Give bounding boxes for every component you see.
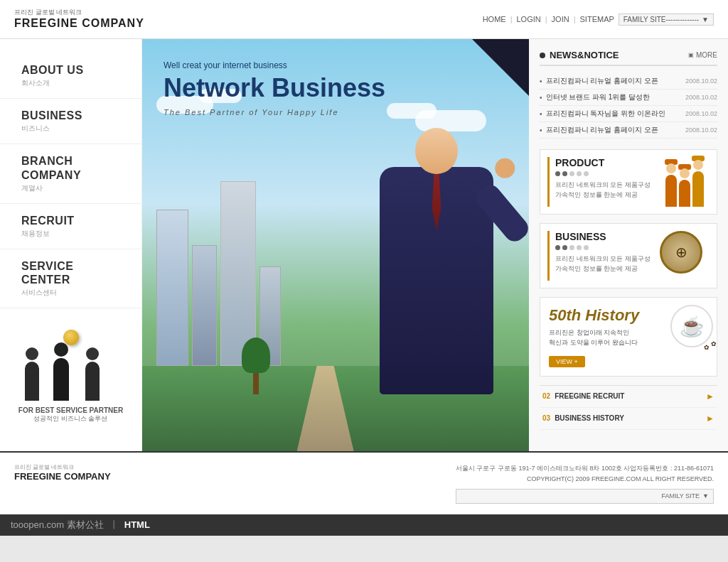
history-box: 50th History 프리진은 창업이래 지속적인 혁신과 도약을 이루어 …	[540, 297, 717, 377]
logo: 프리진 글로벌 네트워크 FREEGINE COMPANY	[14, 9, 144, 30]
sidebar-item-branch[interactable]: BRANCH COMPANY 계열사	[0, 144, 141, 203]
chevron-down-icon: ▼	[702, 491, 709, 502]
arrow-icon-1: ►	[706, 391, 714, 401]
news-item-1[interactable]: • 프리진컴파니 리뉴얼 홈페이지 오픈 2008.10.02	[540, 73, 717, 90]
news-date-2: 2008.10.02	[685, 94, 717, 101]
view-button[interactable]: VIEW +	[549, 356, 585, 367]
news-item-2[interactable]: • 인터넷 브랜드 파워 1위를 달성한 2008.10.02	[540, 90, 717, 106]
hero-title: Network Business	[164, 74, 385, 102]
hero-text: Well creat your internet business Networ…	[164, 60, 385, 117]
chevron-down-icon: ▼	[702, 16, 709, 23]
business-image: ⊕	[660, 231, 710, 281]
hero-banner: Well creat your internet business Networ…	[142, 39, 529, 451]
product-title: PRODUCT	[555, 157, 654, 168]
footer-copyright: COPYRIGHT(C) 2009 FREEGINE.COM ALL RIGHT…	[456, 474, 714, 485]
watermark-type: HTML	[124, 519, 150, 530]
right-panel: NEWS&NOTICE ▣ MORE • 프리진컴파니 리뉴얼 홈페이지 오픈 …	[529, 39, 728, 451]
hero-subtitle: Well creat your internet business	[164, 60, 385, 70]
footer-logo-small: 프리진 글로벌 네트워크	[14, 463, 111, 471]
product-dots	[555, 171, 654, 176]
sidebar-label-service: SERVICE CENTER	[21, 259, 120, 286]
sidebar: ABOUT US 회사소개 BUSINESS 비즈니스 BRANCH COMPA…	[0, 39, 142, 451]
nav-login[interactable]: LOGIN	[517, 15, 541, 23]
product-desc: 프리진 네트워크의 모든 제품구성 가속적인 정보를 한눈에 제공	[555, 180, 654, 200]
watermark-site: tooopen.com 素材公社	[11, 519, 104, 531]
sidebar-item-service-center[interactable]: SERVICE CENTER 서비스센터	[0, 249, 141, 308]
bullet-icon: •	[540, 77, 542, 85]
news-more-link[interactable]: ▣ MORE	[688, 51, 717, 59]
business-info: BUSINESS 프리진 네트워크의 모든 제품구성 가속적인 정보를 한눈에 …	[555, 231, 654, 274]
sidebar-sub-service: 서비스센터	[21, 288, 120, 305]
tree	[242, 352, 270, 394]
bullet-icon: •	[540, 126, 542, 134]
business-desc: 프리진 네트워크의 모든 제품구성 가속적인 정보를 한눈에 제공	[555, 254, 654, 274]
link-recruit[interactable]: 02 FREEGINE RECRUIT ►	[540, 386, 717, 408]
sidebar-item-business[interactable]: BUSINESS 비즈니스	[0, 99, 141, 144]
family-site-selector[interactable]: FAMILY SITE-------------- ▼	[619, 13, 714, 26]
news-date-4: 2008.10.02	[685, 126, 717, 134]
product-card: PRODUCT 프리진 네트워크의 모든 제품구성 가속적인 정보를 한눈에 제…	[540, 149, 717, 215]
sidebar-sub-recruit: 채용정보	[21, 229, 120, 246]
service-partner-sub: 성공적인 비즈니스 솔루션	[14, 414, 127, 423]
footer-info: 서울시 구로구 구로동 191-7 에이스테크노타워 8차 1002호 사업자등…	[456, 463, 714, 504]
footer-logo-big: FREEGINE COMPANY	[14, 471, 111, 482]
news-section-header: NEWS&NOTICE ▣ MORE	[540, 50, 717, 66]
news-text-1: 프리진컴파니 리뉴얼 홈페이지 오픈	[546, 76, 682, 86]
news-text-3: 프리진컴파니 독자님을 위한 이온라인	[546, 109, 682, 119]
logo-big: FREEGINE COMPANY	[14, 16, 144, 30]
sidebar-bottom-promo: FOR BEST SERVICE PARTNER 성공적인 비즈니스 솔루션	[0, 308, 141, 431]
news-list: • 프리진컴파니 리뉴얼 홈페이지 오픈 2008.10.02 • 인터넷 브랜…	[540, 73, 717, 139]
cloud-decoration	[387, 103, 437, 119]
sidebar-label-business: BUSINESS	[21, 109, 120, 122]
footer-address: 서울시 구로구 구로동 191-7 에이스테크노타워 8차 1002호 사업자등…	[456, 463, 714, 474]
buildings	[156, 181, 281, 366]
top-nav: HOME | LOGIN | JOIN | SITEMAP FAMILY SIT…	[483, 13, 714, 26]
news-date-3: 2008.10.02	[685, 110, 717, 117]
sidebar-item-recruit[interactable]: RECRUIT 채용정보	[0, 204, 141, 249]
news-item-3[interactable]: • 프리진컴파니 독자님을 위한 이온라인 2008.10.02	[540, 106, 717, 122]
sidebar-label-about-us: ABOUT US	[21, 63, 120, 77]
nav-join[interactable]: JOIN	[552, 15, 569, 23]
nav-home[interactable]: HOME	[483, 15, 506, 23]
hero-person	[365, 153, 508, 394]
link-history[interactable]: 03 BUSINESS HISTORY ►	[540, 408, 717, 430]
more-icon: ▣	[688, 52, 694, 58]
product-info: PRODUCT 프리진 네트워크의 모든 제품구성 가속적인 정보를 한눈에 제…	[555, 157, 654, 200]
person-body	[380, 167, 493, 394]
business-card: BUSINESS 프리진 네트워크의 모든 제품구성 가속적인 정보를 한눈에 …	[540, 223, 717, 288]
news-text-4: 프리진컴파니 리뉴얼 홈페이지 오픈	[546, 125, 682, 135]
person-arm	[472, 180, 529, 245]
business-dots	[555, 245, 654, 250]
sidebar-label-recruit: RECRUIT	[21, 214, 120, 227]
news-date-1: 2008.10.02	[685, 77, 717, 85]
news-bullet-icon	[540, 53, 545, 58]
link-num-2: 03	[542, 414, 550, 422]
nav-sitemap[interactable]: SITEMAP	[580, 15, 614, 23]
sidebar-sub-business: 비즈니스	[21, 124, 120, 141]
coffee-decoration: ☕ ✿ ✿	[670, 305, 713, 347]
news-item-4[interactable]: • 프리진컴파니 리뉴얼 홈페이지 오픈 2008.10.02	[540, 122, 717, 139]
arrow-icon-2: ►	[706, 414, 714, 423]
card-border	[547, 157, 550, 207]
product-image	[660, 157, 710, 207]
footer: 프리진 글로벌 네트워크 FREEGINE COMPANY 서울시 구로구 구로…	[0, 451, 728, 514]
person-fist	[491, 154, 519, 182]
sidebar-sub-about-us: 회사소개	[21, 78, 120, 95]
bullet-icon: •	[540, 110, 542, 118]
link-num-1: 02	[542, 392, 550, 400]
footer-logo: 프리진 글로벌 네트워크 FREEGINE COMPANY	[14, 463, 111, 482]
footer-family-site[interactable]: FAMILY SITE ▼	[456, 489, 714, 504]
compass-icon: ⊕	[660, 231, 702, 274]
card-border	[547, 231, 550, 281]
watermark-bar: tooopen.com 素材公社 丨 HTML	[0, 514, 728, 536]
watermark-sep: 丨	[109, 519, 119, 531]
news-text-2: 인터넷 브랜드 파워 1위를 달성한	[546, 92, 682, 102]
logo-small: 프리진 글로벌 네트워크	[14, 9, 144, 16]
link-text-1: FREEGINE RECRUIT	[555, 392, 706, 400]
main-content: ABOUT US 회사소개 BUSINESS 비즈니스 BRANCH COMPA…	[0, 39, 728, 451]
header: 프리진 글로벌 네트워크 FREEGINE COMPANY HOME | LOG…	[0, 0, 728, 39]
sidebar-sub-branch: 계열사	[21, 183, 120, 200]
news-title: NEWS&NOTICE	[550, 50, 619, 60]
sidebar-item-about-us[interactable]: ABOUT US 회사소개	[0, 53, 141, 99]
person-tie	[430, 174, 443, 231]
